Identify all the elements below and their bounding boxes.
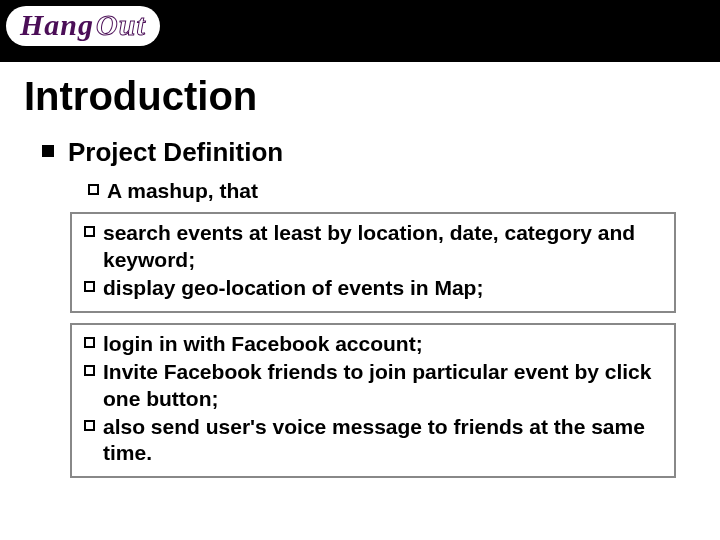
bullet-level2: A mashup, that xyxy=(88,178,696,204)
box2-item-2: also send user's voice message to friend… xyxy=(103,414,662,467)
box2-item-1: Invite Facebook friends to join particul… xyxy=(103,359,662,412)
feature-box-1: search events at least by location, date… xyxy=(70,212,676,313)
square-hollow-icon xyxy=(84,365,95,376)
square-hollow-icon xyxy=(84,337,95,348)
feature-box-2: login in with Facebook account; Invite F… xyxy=(70,323,676,478)
logo: Hang Out xyxy=(6,6,160,46)
square-hollow-icon xyxy=(84,226,95,237)
square-hollow-icon xyxy=(84,281,95,292)
square-hollow-icon xyxy=(84,420,95,431)
section-heading: Project Definition xyxy=(68,137,283,168)
bullet-level1: Project Definition xyxy=(42,137,696,168)
list-item: also send user's voice message to friend… xyxy=(84,414,662,467)
logo-text-out: Out xyxy=(96,10,146,40)
box1-item-0: search events at least by location, date… xyxy=(103,220,662,273)
square-hollow-icon xyxy=(88,184,99,195)
logo-text-hang: Hang xyxy=(20,10,94,40)
slide-content: Introduction Project Definition A mashup… xyxy=(0,62,720,478)
square-filled-icon xyxy=(42,145,54,157)
box2-item-0: login in with Facebook account; xyxy=(103,331,423,357)
list-item: Invite Facebook friends to join particul… xyxy=(84,359,662,412)
list-item: login in with Facebook account; xyxy=(84,331,662,357)
header-bar: Hang Out xyxy=(0,0,720,62)
list-item: search events at least by location, date… xyxy=(84,220,662,273)
list-item: display geo-location of events in Map; xyxy=(84,275,662,301)
box1-item-1: display geo-location of events in Map; xyxy=(103,275,483,301)
slide-title: Introduction xyxy=(24,74,696,119)
intro-text: A mashup, that xyxy=(107,178,258,204)
